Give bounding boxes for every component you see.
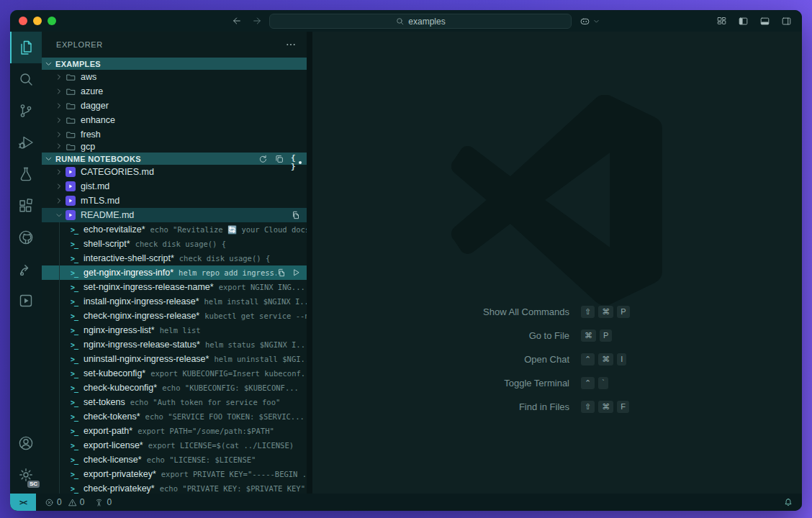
activity-item-manage[interactable]: SC: [10, 459, 42, 491]
section-header-examples[interactable]: EXAMPLES: [42, 58, 307, 70]
cell-row-get-nginx-ingress-info[interactable]: >_get-nginx-ingress-info*helm repo add i…: [42, 265, 307, 280]
shortcut-keys: ⌘P: [581, 330, 703, 342]
shortcut-keys: ⌃`: [581, 377, 703, 389]
notebook-row-gist-md[interactable]: gist.md: [42, 179, 307, 194]
chevron-right-icon: [55, 142, 63, 150]
activity-item-github[interactable]: [10, 222, 42, 253]
folder-row-gcp[interactable]: gcp: [42, 142, 307, 153]
section-header-runme-notebooks[interactable]: RUNME NOTEBOOKS { }: [42, 153, 307, 165]
cell-row-nginx-ingress-list[interactable]: >_nginx-ingress-list*helm list: [42, 323, 307, 337]
activity-item-runme[interactable]: [10, 285, 42, 317]
problems-errors[interactable]: 0: [45, 497, 62, 507]
toggle-secondary-sidebar-icon[interactable]: [781, 16, 792, 27]
notebook-row-mtls-md[interactable]: mTLS.md: [42, 194, 307, 208]
forward-button-icon[interactable]: [252, 15, 263, 27]
back-button-icon[interactable]: [230, 15, 242, 27]
sidebar-editor-divider[interactable]: [307, 32, 312, 494]
cell-row-export-path[interactable]: >_export-path*export PATH="/some/path:$P…: [42, 424, 307, 438]
toggle-panel-icon[interactable]: [759, 16, 770, 27]
cell-row-check-nginx-ingress-release[interactable]: >_check-nginx-ingress-release*kubectl ge…: [42, 309, 307, 323]
folder-name: azure: [81, 86, 103, 96]
notifications[interactable]: [783, 497, 802, 507]
folder-icon: [66, 142, 76, 153]
problems-warnings[interactable]: 0: [68, 497, 85, 507]
activity-item-search[interactable]: [10, 63, 42, 95]
cell-row-set-nginx-ingress-release-name[interactable]: >_set-nginx-ingress-release-name*export …: [42, 280, 307, 294]
minimize-window-button[interactable]: [33, 17, 42, 25]
activity-item-testing[interactable]: [10, 158, 42, 190]
activity-item-extensions[interactable]: [10, 190, 42, 222]
cell-row-check-license[interactable]: >_check-license*echo "LICENSE: $LICENSE": [42, 453, 307, 467]
warning-icon: [68, 498, 77, 507]
terminal-prompt-icon: >_: [71, 413, 78, 421]
chevron-right-icon: [55, 73, 63, 81]
customize-layout-icon[interactable]: [716, 16, 727, 27]
activity-item-share[interactable]: [10, 253, 42, 285]
cell-row-export-license[interactable]: >_export-license*export LICENSE=$(cat ..…: [42, 438, 307, 453]
copilot-menu[interactable]: [579, 10, 600, 32]
braces-icon[interactable]: { }: [291, 154, 301, 164]
folder-icon: [66, 86, 76, 97]
folder-name: aws: [81, 72, 96, 82]
cell-row-uninstall-nginx-ingress-release[interactable]: >_uninstall-nginx-ingress-release*helm u…: [42, 352, 307, 366]
terminal-prompt-icon: >_: [71, 312, 78, 320]
terminal-prompt-icon: >_: [71, 226, 78, 234]
cell-row-check-tokens[interactable]: >_check-tokens*echo "SERVICE_FOO_TOKEN: …: [42, 409, 307, 424]
activity-item-explorer[interactable]: [10, 32, 42, 63]
terminal-prompt-icon: >_: [71, 370, 78, 378]
cell-name: set-nginx-ingress-release-name*: [84, 282, 214, 292]
runme-play-icon: [17, 292, 35, 309]
cell-row-set-tokens[interactable]: >_set-tokensecho "Auth token for service…: [42, 395, 307, 409]
files-icon: [17, 39, 35, 56]
error-count: 0: [57, 497, 62, 507]
cell-row-set-kubeconfig[interactable]: >_set-kubeconfig*export KUBECONFIG=Inser…: [42, 366, 307, 381]
workbench: SC EXPLORER EXAMPLES awsazuredaggerenhan…: [10, 32, 802, 494]
zoom-window-button[interactable]: [48, 17, 56, 25]
cell-row-shell-script[interactable]: >_shell-script*check_disk_usage() {: [42, 237, 307, 251]
keycap: ⌘: [598, 306, 613, 318]
folder-row-enhance[interactable]: enhance: [42, 113, 307, 127]
forwarded-ports[interactable]: 0: [94, 497, 112, 507]
folder-row-aws[interactable]: aws: [42, 70, 307, 84]
copy-icon[interactable]: [276, 268, 287, 278]
cell-row-export-privatekey[interactable]: >_export-privatekey*export PRIVATE_KEY="…: [42, 467, 307, 481]
readme-cell-list: >_echo-revitalize*echo "Revitalize 🔄 you…: [42, 222, 307, 494]
close-window-button[interactable]: [19, 17, 27, 25]
command-center-search[interactable]: examples: [269, 14, 572, 29]
cell-row-echo-revitalize[interactable]: >_echo-revitalize*echo "Revitalize 🔄 you…: [42, 222, 307, 237]
folder-row-dagger[interactable]: dagger: [42, 99, 307, 113]
folder-row-fresh[interactable]: fresh: [42, 127, 307, 142]
cell-row-check-privatekey[interactable]: >_check-privatekey*echo "PRIVATE_KEY: $P…: [42, 481, 307, 494]
views-and-more-actions-icon[interactable]: [285, 39, 297, 50]
activity-item-run-and-debug[interactable]: [10, 127, 42, 158]
remote-indicator[interactable]: ><: [10, 494, 36, 511]
activity-item-accounts[interactable]: [10, 427, 42, 459]
shortcut-label: Toggle Terminal: [411, 378, 569, 388]
copy-icon[interactable]: [291, 210, 301, 220]
cell-name: nginx-ingress-list*: [84, 325, 155, 335]
notebook-row-readme-md[interactable]: README.md: [42, 208, 307, 222]
layout-controls: [716, 10, 792, 32]
keycap: `: [598, 377, 608, 389]
cell-name: get-nginx-ingress-info*: [84, 268, 173, 278]
profile-badge: SC: [27, 481, 40, 488]
play-icon[interactable]: [291, 268, 301, 278]
activity-item-source-control[interactable]: [10, 95, 42, 127]
cell-row-interactive-shell-script[interactable]: >_interactive-shell-script*check_disk_us…: [42, 251, 307, 265]
cell-command-preview: echo "Revitalize 🔄 your Cloud docs...": [150, 225, 307, 235]
cell-row-install-nginx-ingress-release[interactable]: >_install-nginx-ingress-release*helm ins…: [42, 294, 307, 309]
cell-name: nginx-ingress-release-status*: [84, 340, 200, 350]
keycap: ⌘: [598, 353, 613, 365]
notebook-play-icon: [66, 167, 76, 177]
terminal-prompt-icon: >_: [71, 341, 78, 349]
shortcut-keys: ⇧⌘F: [581, 401, 703, 413]
folder-row-azure[interactable]: azure: [42, 84, 307, 99]
cell-command-preview: check_disk_usage() {: [135, 240, 226, 248]
notebook-row-categories-md[interactable]: CATEGORIES.md: [42, 165, 307, 179]
terminal-prompt-icon: >_: [71, 298, 78, 306]
duplicate-icon[interactable]: [274, 154, 284, 164]
cell-row-check-kubeconfig[interactable]: >_check-kubeconfig*echo "KUBECONFIG: $KU…: [42, 381, 307, 395]
cell-row-nginx-ingress-release-status[interactable]: >_nginx-ingress-release-status*helm stat…: [42, 337, 307, 352]
toggle-primary-sidebar-icon[interactable]: [738, 16, 749, 27]
refresh-icon[interactable]: [258, 154, 268, 164]
